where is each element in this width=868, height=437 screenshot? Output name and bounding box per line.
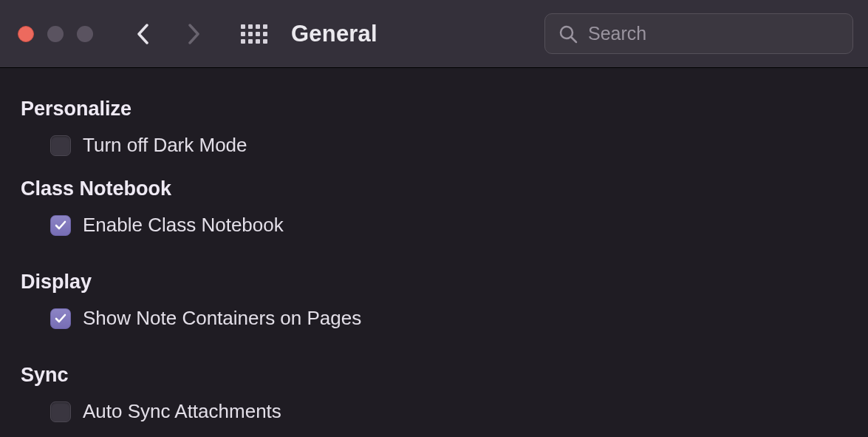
preferences-content: Personalize Turn off Dark Mode Class Not… [0, 68, 868, 437]
section-personalize: Personalize Turn off Dark Mode [21, 98, 847, 157]
section-sync: Sync Auto Sync Attachments [21, 364, 847, 423]
svg-line-1 [572, 37, 577, 42]
search-input[interactable] [588, 23, 839, 44]
chevron-left-icon [137, 24, 150, 44]
minimize-window-button[interactable] [47, 26, 64, 42]
forward-button[interactable] [179, 19, 208, 49]
nav-buttons [129, 19, 208, 49]
svg-point-0 [561, 27, 573, 38]
section-class-notebook: Class Notebook Enable Class Notebook [21, 177, 847, 237]
dark-mode-label: Turn off Dark Mode [83, 134, 247, 157]
show-all-preferences-button[interactable] [238, 19, 270, 49]
section-header-sync: Sync [21, 364, 847, 387]
section-display: Display Show Note Containers on Pages [21, 271, 847, 330]
row-dark-mode: Turn off Dark Mode [21, 134, 847, 157]
enable-class-notebook-label: Enable Class Notebook [83, 214, 284, 237]
dark-mode-checkbox[interactable] [50, 135, 71, 156]
section-header-class-notebook: Class Notebook [21, 177, 847, 200]
row-enable-class-notebook: Enable Class Notebook [21, 214, 847, 237]
window-title: General [291, 21, 377, 47]
back-button[interactable] [129, 19, 158, 49]
grid-icon [241, 24, 267, 44]
show-containers-checkbox[interactable] [50, 308, 71, 329]
toolbar: General [0, 0, 868, 68]
maximize-window-button[interactable] [77, 26, 93, 42]
section-header-display: Display [21, 271, 847, 294]
show-containers-label: Show Note Containers on Pages [83, 307, 361, 330]
auto-sync-label: Auto Sync Attachments [83, 400, 281, 423]
search-icon [558, 24, 578, 44]
close-window-button[interactable] [18, 26, 34, 42]
enable-class-notebook-checkbox[interactable] [50, 215, 71, 236]
row-auto-sync: Auto Sync Attachments [21, 400, 847, 423]
auto-sync-checkbox[interactable] [50, 402, 71, 422]
row-show-containers: Show Note Containers on Pages [21, 307, 847, 330]
section-header-personalize: Personalize [21, 98, 847, 121]
window-traffic-lights [18, 26, 93, 42]
chevron-right-icon [187, 24, 200, 44]
search-box[interactable] [544, 13, 853, 54]
